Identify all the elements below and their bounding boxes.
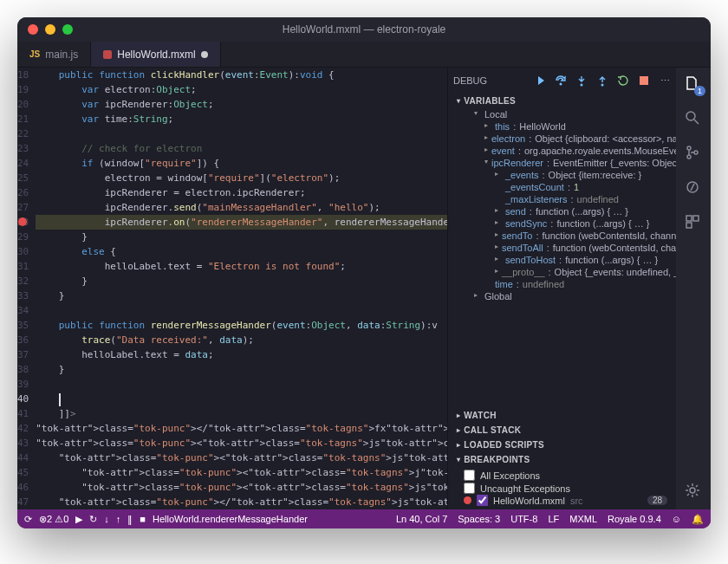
- status-spaces[interactable]: Spaces: 3: [458, 514, 500, 524]
- maximize-icon[interactable]: [62, 24, 73, 35]
- explorer-icon[interactable]: 1: [684, 75, 703, 94]
- debug-title: DEBUG: [453, 75, 487, 86]
- debug-activity-icon[interactable]: [684, 178, 703, 198]
- settings-gear-icon[interactable]: [684, 482, 703, 501]
- stop-icon[interactable]: [638, 75, 650, 87]
- window-controls: [17, 24, 73, 35]
- svg-point-5: [687, 146, 691, 150]
- callstack-header[interactable]: ▸CALL STACK: [448, 423, 676, 438]
- line-numbers: 1819202122232425262728293031323334353637…: [17, 68, 36, 509]
- tab-bar: JS main.js HelloWorld.mxml: [17, 42, 711, 68]
- flex-file-icon: [103, 50, 112, 59]
- status-right: Ln 40, Col 7 Spaces: 3 UTF-8 LF MXML Roy…: [396, 514, 704, 525]
- status-context[interactable]: HelloWorld.rendererMessageHander: [153, 514, 308, 524]
- svg-rect-9: [686, 216, 692, 221]
- bell-icon[interactable]: 🔔: [692, 514, 704, 525]
- svg-point-12: [690, 488, 695, 493]
- tab-main-js[interactable]: JS main.js: [17, 42, 91, 67]
- var--events[interactable]: ▸_events: Object {item:receive: }: [448, 169, 676, 181]
- bp-all-exceptions[interactable]: All Exceptions: [464, 469, 667, 482]
- modified-indicator-icon: [201, 51, 208, 58]
- source-control-icon[interactable]: [684, 144, 703, 163]
- code-editor[interactable]: 1819202122232425262728293031323334353637…: [17, 68, 447, 509]
- svg-point-7: [694, 151, 698, 154]
- titlebar: HelloWorld.mxml — electron-royale: [17, 17, 711, 42]
- debug-header: DEBUG ⋯: [448, 68, 676, 94]
- status-lang[interactable]: MXML: [569, 514, 597, 524]
- window-title: HelloWorld.mxml — electron-royale: [283, 23, 446, 36]
- main-area: 1819202122232425262728293031323334353637…: [17, 68, 711, 509]
- breakpoints-list: All Exceptions Uncaught Exceptions Hello…: [448, 467, 676, 509]
- status-stepinto-icon[interactable]: ↓: [104, 514, 109, 525]
- status-pause-icon[interactable]: ‖: [127, 514, 133, 525]
- var--maxlisteners[interactable]: _maxListeners: undefined: [448, 193, 676, 205]
- status-stepout-icon[interactable]: ↑: [116, 514, 121, 525]
- sync-icon[interactable]: ⟳: [24, 514, 32, 525]
- var-event[interactable]: ▸event:org.apache.royale.events.MouseEve…: [448, 145, 676, 157]
- bp-uncaught-checkbox[interactable]: [464, 483, 475, 494]
- scope-local[interactable]: ▾Local: [448, 108, 676, 120]
- feedback-icon[interactable]: ☺: [672, 514, 681, 524]
- var-electron[interactable]: ▸electron:Object {clipboard: <accessor>,…: [448, 133, 676, 145]
- var-sendtoall[interactable]: ▸sendToAll: function (webContentsId, cha…: [448, 242, 676, 254]
- status-left: ⟳ ⊗2 ⚠0 ▶ ↻ ↓ ↑ ‖ ■ HelloWorld.rendererM…: [24, 514, 308, 525]
- svg-point-0: [560, 83, 562, 86]
- extensions-icon[interactable]: [684, 213, 703, 232]
- svg-point-6: [687, 155, 691, 159]
- restart-icon[interactable]: [617, 75, 629, 87]
- debug-panel: DEBUG ⋯ ▾VARIABLES ▾Local ▸this:HelloWor…: [447, 68, 676, 509]
- var---proto--[interactable]: ▸__proto__: Object {_events: undefined, …: [448, 266, 676, 278]
- var-sendto[interactable]: ▸sendTo: function (webContentsId, channe…: [448, 230, 676, 242]
- bp-file-checkbox[interactable]: [477, 495, 488, 506]
- app-window: HelloWorld.mxml — electron-royale JS mai…: [17, 17, 711, 528]
- var-send[interactable]: ▸send: function (...args) { … }: [448, 205, 676, 217]
- status-lncol[interactable]: Ln 40, Col 7: [396, 514, 447, 524]
- code-content[interactable]: public function clickHandler(event:Event…: [36, 68, 447, 509]
- step-over-icon[interactable]: [555, 75, 567, 87]
- status-encoding[interactable]: UTF-8: [510, 514, 537, 524]
- var-this[interactable]: ▸this:HelloWorld: [448, 120, 676, 133]
- bp-file-item[interactable]: HelloWorld.mxml src 28: [464, 495, 667, 506]
- var-ipcrenderer[interactable]: ▾ipcRenderer:EventEmitter {_events: Obje…: [448, 157, 676, 169]
- search-icon[interactable]: [684, 109, 703, 128]
- scope-global[interactable]: ▸Global: [448, 290, 676, 302]
- step-into-icon[interactable]: [575, 75, 588, 87]
- svg-rect-3: [640, 76, 648, 85]
- svg-point-4: [686, 112, 695, 120]
- breakpoint-marker-icon[interactable]: [18, 217, 27, 226]
- status-stepover-icon[interactable]: ↻: [89, 514, 97, 525]
- variables-section: ▾VARIABLES ▾Local ▸this:HelloWorld ▸elec…: [448, 94, 676, 302]
- minimize-icon[interactable]: [45, 24, 55, 35]
- svg-rect-10: [693, 216, 699, 221]
- activity-bar: 1: [676, 68, 711, 509]
- variables-header[interactable]: ▾VARIABLES: [448, 94, 676, 108]
- tab-helloworld-mxml[interactable]: HelloWorld.mxml: [91, 42, 220, 67]
- continue-icon[interactable]: [534, 75, 546, 87]
- bp-uncaught-exceptions[interactable]: Uncaught Exceptions: [464, 482, 667, 495]
- status-royale[interactable]: Royale 0.9.4: [608, 514, 661, 524]
- js-file-icon: JS: [29, 49, 40, 59]
- errors-warnings[interactable]: ⊗2 ⚠0: [39, 514, 68, 525]
- status-eol[interactable]: LF: [548, 514, 559, 524]
- var--eventscount[interactable]: _eventsCount: 1: [448, 181, 676, 193]
- svg-rect-11: [686, 223, 692, 228]
- status-stop-icon[interactable]: ■: [140, 514, 146, 525]
- tab-label: main.js: [45, 49, 78, 61]
- var-sendsync[interactable]: ▸sendSync: function (...args) { … }: [448, 217, 676, 230]
- step-out-icon[interactable]: [596, 75, 608, 87]
- bp-all-checkbox[interactable]: [464, 470, 475, 481]
- loaded-scripts-header[interactable]: ▸LOADED SCRIPTS: [448, 438, 676, 452]
- var-time[interactable]: ▸time:undefined: [448, 278, 676, 290]
- status-bar: ⟳ ⊗2 ⚠0 ▶ ↻ ↓ ↑ ‖ ■ HelloWorld.rendererM…: [17, 509, 711, 528]
- close-icon[interactable]: [28, 24, 38, 35]
- breakpoints-header[interactable]: ▾BREAKPOINTS: [448, 452, 676, 467]
- svg-point-1: [581, 84, 583, 87]
- debug-lower-sections: ▸WATCH ▸CALL STACK ▸LOADED SCRIPTS ▾BREA…: [448, 408, 676, 509]
- more-icon[interactable]: ⋯: [659, 75, 671, 87]
- tab-label: HelloWorld.mxml: [117, 49, 195, 61]
- var-sendtohost[interactable]: ▸sendToHost: function (...args) { … }: [448, 254, 676, 266]
- svg-point-2: [601, 84, 604, 87]
- status-continue-icon[interactable]: ▶: [75, 514, 82, 525]
- breakpoint-dot-icon: [464, 496, 471, 504]
- watch-header[interactable]: ▸WATCH: [448, 408, 676, 423]
